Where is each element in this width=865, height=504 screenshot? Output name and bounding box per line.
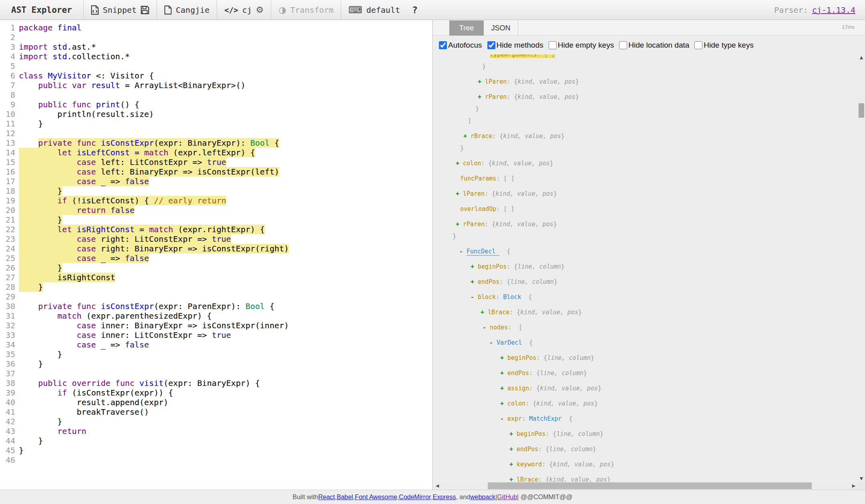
tree-row[interactable]: - expr: MatchExpr { [500,414,858,424]
tree-row[interactable]: ] [468,116,858,126]
tree-row[interactable]: + rParen: {kind, value, pos} [456,219,858,229]
expand-icon[interactable]: + [478,93,481,100]
collapse-icon[interactable]: - [471,293,474,301]
expand-icon[interactable]: + [500,400,504,407]
vertical-scrollbar[interactable]: ▲ ▼ [858,54,865,482]
expand-icon[interactable]: + [481,309,484,316]
transform-button[interactable]: Transform [290,5,334,15]
expand-icon[interactable]: + [509,430,513,438]
tree-row[interactable]: + beginPos: {line, column} [500,353,858,363]
checkbox-autofocus[interactable]: Autofocus [439,41,482,50]
language-group[interactable]: Cangjie [157,0,217,20]
footer-link-react[interactable]: React [318,494,335,501]
footer-link-font-awesome[interactable]: Font Awesome [355,494,397,501]
expand-icon[interactable]: + [509,476,513,482]
tree-node-type[interactable]: FuncDecl [467,248,499,256]
footer-link-express[interactable]: Express [433,494,456,501]
tree-row[interactable]: + lBrace: {kind, value, pos} [481,307,858,317]
expand-icon[interactable]: + [456,160,459,167]
checkbox-hide-location-data[interactable]: Hide location data [619,41,689,50]
tree-row[interactable]: + endPos: {line, column} [471,277,858,287]
tree-row[interactable]: - block: Block { [471,292,858,302]
expand-icon[interactable]: + [463,133,467,140]
save-icon[interactable] [141,6,149,14]
scroll-down-icon[interactable]: ▼ [858,476,865,482]
footer-link-babel[interactable]: Babel [337,494,353,501]
keybinding-group[interactable]: ⌨ default ? [341,0,425,20]
expand-icon[interactable]: + [500,385,504,392]
tab-json[interactable]: JSON [484,20,518,36]
footer-text: , and [456,494,470,501]
collapse-icon[interactable]: - [459,248,463,255]
footer-link-github[interactable]: GitHub [497,494,517,501]
horizontal-scroll-thumb[interactable] [488,482,812,489]
expand-icon[interactable]: + [471,278,474,285]
vertical-scroll-thumb[interactable] [859,103,864,118]
code-line: let isLeftConst = match (expr.leftExpr) … [15,148,255,157]
collapse-icon[interactable]: - [489,339,493,346]
horizontal-scrollbar[interactable]: ◀ ▶ [433,482,858,490]
expand-icon[interactable]: + [509,446,513,453]
tree-row[interactable]: + colon: {kind, value, pos} [456,159,858,168]
tree-row[interactable]: + beginPos: {line, column} [509,429,858,439]
tree-row[interactable]: - nodes: [ [483,323,858,332]
tree-row[interactable]: } [460,143,858,153]
tree-row[interactable]: + rParen: {kind, value, pos} [478,92,858,102]
tree-row[interactable]: typeArguments: [ ] [490,54,858,59]
tree-row[interactable]: } [482,62,858,71]
expand-icon[interactable]: + [478,78,481,85]
checkbox-input[interactable] [549,41,557,49]
tree-row[interactable]: + assign: {kind, value, pos} [500,384,858,393]
tree-row[interactable]: overloadOp: [ ] [460,204,858,214]
footer-link-codemirror[interactable]: CodeMirror [399,494,431,501]
footer-link-webpack[interactable]: webpack [470,494,495,501]
tree-row[interactable]: + keyword: {kind, value, pos} [509,460,858,469]
language-button[interactable]: Cangjie [176,5,209,15]
tree-row[interactable]: - VarDecl { [489,338,858,347]
transform-group[interactable]: ◑ Transform [271,0,341,20]
tree-row[interactable]: + beginPos: {line, column} [471,262,858,271]
code-editor[interactable]: 1package final23import std.ast.*4import … [0,20,433,490]
tree-node-type[interactable]: Block [503,293,521,301]
collapse-icon[interactable]: - [500,415,504,422]
scroll-right-icon[interactable]: ▶ [851,482,857,490]
checkbox-input[interactable] [694,41,702,49]
tree-node-type[interactable]: MatchExpr [529,415,561,422]
expand-icon[interactable]: + [509,461,513,468]
expand-icon[interactable]: + [471,263,474,270]
tree-row[interactable]: + lParen: {kind, value, pos} [478,77,858,86]
keybinding-button[interactable]: default [366,5,400,15]
tree-row[interactable]: + lParen: {kind, value, pos} [456,189,858,199]
expand-icon[interactable]: + [456,221,459,228]
checkbox-input[interactable] [439,41,447,49]
help-button[interactable]: ? [412,5,418,15]
tree-row[interactable]: } [453,231,858,241]
tree-row[interactable]: - FuncDecl { [459,247,858,256]
snippet-button[interactable]: Snippet [103,5,137,15]
expand-icon[interactable]: + [500,354,504,361]
tree-row[interactable]: funcParams: [ ] [460,174,858,183]
tab-tree[interactable]: Tree [449,20,484,36]
tree-row[interactable]: + rBrace: {kind, value, pos} [463,131,858,141]
tree-row[interactable]: + endPos: {line, column} [500,368,858,378]
checkbox-hide-methods[interactable]: Hide methods [487,41,543,50]
expand-icon[interactable]: + [500,369,504,377]
parse-time: 17ms [842,24,855,30]
checkbox-hide-empty-keys[interactable]: Hide empty keys [549,41,614,50]
checkbox-input[interactable] [619,41,627,49]
tree-row[interactable]: } [475,104,858,114]
parser-group[interactable]: </> cj ⚙ [217,0,271,20]
tree-row[interactable]: + lBrace: {kind, value, pos} [509,475,858,482]
parser-version-link[interactable]: cj‑1.13.4 [812,5,855,15]
parser-short-button[interactable]: cj [242,5,252,15]
tree-row[interactable]: + colon: {kind, value, pos} [500,399,858,408]
scroll-left-icon[interactable]: ◀ [434,482,441,490]
gear-icon[interactable]: ⚙ [256,5,264,15]
tree-node-type[interactable]: VarDecl [497,339,522,346]
collapse-icon[interactable]: - [483,324,486,331]
tree-row[interactable]: + endPos: {line, column} [509,444,858,454]
checkbox-hide-type-keys[interactable]: Hide type keys [694,41,754,50]
expand-icon[interactable]: + [456,190,459,197]
scroll-up-icon[interactable]: ▲ [858,54,865,61]
checkbox-input[interactable] [487,41,495,49]
